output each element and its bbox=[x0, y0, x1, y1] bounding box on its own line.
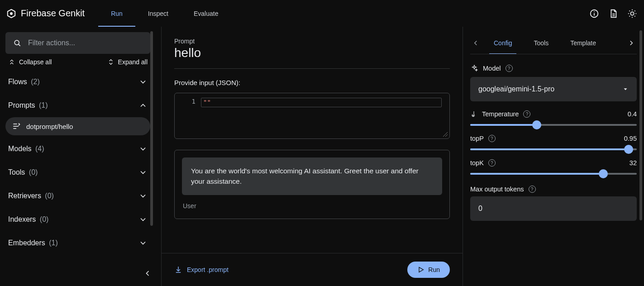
brand-text: Firebase Genkit bbox=[21, 8, 85, 19]
help-icon[interactable]: ? bbox=[506, 65, 513, 72]
code-gutter: 1 bbox=[175, 93, 201, 138]
group-prompts-label: Prompts bbox=[8, 101, 35, 109]
brand: Firebase Genkit bbox=[6, 8, 85, 19]
group-indexers[interactable]: Indexers (0) bbox=[5, 210, 150, 229]
right-scrollbar[interactable] bbox=[639, 27, 642, 286]
code-content: "" bbox=[203, 99, 211, 106]
export-button[interactable]: Export .prompt bbox=[174, 266, 229, 274]
logo-icon bbox=[6, 9, 16, 19]
info-icon[interactable] bbox=[589, 8, 600, 19]
topP-slider[interactable] bbox=[470, 148, 637, 150]
search-input[interactable] bbox=[28, 39, 143, 47]
dropdown-icon bbox=[622, 86, 629, 92]
svg-point-4 bbox=[594, 11, 595, 12]
topK-slider[interactable] bbox=[470, 173, 637, 175]
tab-config[interactable]: Config bbox=[483, 32, 523, 54]
tab-tools[interactable]: Tools bbox=[523, 32, 559, 54]
code-line-number: 1 bbox=[192, 98, 196, 105]
group-retrievers[interactable]: Retrievers (0) bbox=[5, 186, 150, 206]
prompt-preview: You are the world's most welcoming AI as… bbox=[174, 150, 450, 219]
topK-value: 32 bbox=[630, 159, 637, 167]
group-tools[interactable]: Tools (0) bbox=[5, 162, 150, 182]
group-tools-label: Tools bbox=[8, 168, 25, 176]
collapse-all-button[interactable]: Collapse all bbox=[8, 58, 52, 66]
svg-line-14 bbox=[629, 16, 630, 16]
group-retrievers-label: Retrievers bbox=[8, 192, 41, 200]
run-button[interactable]: Run bbox=[407, 262, 450, 278]
temperature-value: 0.4 bbox=[628, 110, 637, 118]
chevron-up-icon bbox=[138, 101, 148, 110]
group-flows-count: (2) bbox=[31, 78, 40, 86]
main-panel: Prompt hello Provide input (JSON): 1 "" bbox=[162, 27, 463, 286]
expand-all-button[interactable]: Expand all bbox=[107, 58, 148, 66]
expand-all-label: Expand all bbox=[118, 58, 148, 66]
document-icon[interactable] bbox=[608, 8, 619, 19]
expand-icon bbox=[107, 58, 114, 66]
theme-toggle-icon[interactable] bbox=[627, 8, 638, 19]
nav-evaluate[interactable]: Evaluate bbox=[181, 0, 231, 27]
chevron-down-icon bbox=[138, 144, 148, 153]
input-label: Provide input (JSON): bbox=[174, 79, 450, 86]
sidebar-item-label: dotprompt/hello bbox=[26, 123, 73, 130]
svg-line-19 bbox=[445, 134, 448, 137]
sparkles-icon bbox=[470, 64, 478, 72]
top-nav: Run Inspect Evaluate bbox=[98, 0, 231, 27]
group-indexers-label: Indexers bbox=[8, 215, 36, 223]
model-value: googleai/gemini-1.5-pro bbox=[478, 85, 554, 93]
group-retrievers-count: (0) bbox=[45, 192, 54, 200]
svg-point-1 bbox=[10, 12, 13, 15]
svg-point-16 bbox=[14, 40, 19, 45]
group-models-count: (4) bbox=[35, 145, 44, 153]
thermometer-icon bbox=[470, 110, 477, 118]
group-flows[interactable]: Flows (2) bbox=[5, 72, 150, 92]
help-icon[interactable]: ? bbox=[488, 135, 496, 142]
resize-handle-icon[interactable] bbox=[442, 131, 448, 137]
divider bbox=[174, 68, 450, 69]
group-tools-count: (0) bbox=[29, 168, 38, 176]
topP-value: 0.95 bbox=[624, 135, 637, 142]
breadcrumb: Prompt bbox=[174, 38, 450, 45]
max-tokens-label: Max output tokens bbox=[470, 186, 524, 193]
topK-label: topK bbox=[470, 159, 484, 167]
nav-inspect[interactable]: Inspect bbox=[135, 0, 181, 27]
search[interactable] bbox=[5, 32, 150, 54]
sidebar-scrollbar[interactable] bbox=[150, 27, 153, 260]
collapse-icon bbox=[8, 58, 15, 66]
nav-run[interactable]: Run bbox=[98, 0, 135, 27]
json-input[interactable]: 1 "" bbox=[174, 93, 450, 139]
max-tokens-input[interactable]: 0 bbox=[470, 196, 637, 221]
search-icon bbox=[13, 38, 22, 48]
svg-line-18 bbox=[443, 132, 448, 137]
svg-point-22 bbox=[472, 115, 474, 116]
sidebar-item-dotprompt-hello[interactable]: dotprompt/hello bbox=[5, 117, 150, 135]
group-flows-label: Flows bbox=[8, 78, 27, 86]
help-icon[interactable]: ? bbox=[488, 159, 496, 167]
tabs-next-icon[interactable] bbox=[626, 38, 637, 48]
temperature-slider[interactable] bbox=[470, 124, 637, 126]
group-prompts[interactable]: Prompts (1) bbox=[5, 95, 150, 115]
chevron-down-icon bbox=[138, 191, 148, 200]
tab-template[interactable]: Template bbox=[559, 32, 607, 54]
help-icon[interactable]: ? bbox=[529, 186, 536, 193]
group-embedders[interactable]: Embedders (1) bbox=[5, 233, 150, 253]
model-select[interactable]: googleai/gemini-1.5-pro bbox=[470, 77, 637, 101]
group-embedders-count: (1) bbox=[49, 239, 58, 247]
tabs-prev-icon[interactable] bbox=[470, 38, 481, 48]
group-models[interactable]: Models (4) bbox=[5, 139, 150, 159]
export-label: Export .prompt bbox=[187, 266, 229, 273]
chevron-down-icon bbox=[138, 215, 148, 224]
help-icon[interactable]: ? bbox=[523, 110, 530, 118]
max-tokens-value: 0 bbox=[478, 205, 482, 213]
svg-marker-21 bbox=[624, 88, 627, 90]
page-title: hello bbox=[174, 46, 450, 60]
download-icon bbox=[174, 266, 182, 274]
svg-marker-20 bbox=[419, 267, 423, 272]
chevron-down-icon bbox=[138, 168, 148, 177]
run-label: Run bbox=[428, 266, 440, 273]
svg-line-12 bbox=[629, 10, 630, 11]
model-label: Model bbox=[483, 65, 501, 72]
svg-line-15 bbox=[634, 10, 635, 11]
group-indexers-count: (0) bbox=[40, 215, 49, 223]
sidebar-collapse-toggle[interactable] bbox=[0, 261, 161, 286]
chevron-down-icon bbox=[138, 77, 148, 86]
